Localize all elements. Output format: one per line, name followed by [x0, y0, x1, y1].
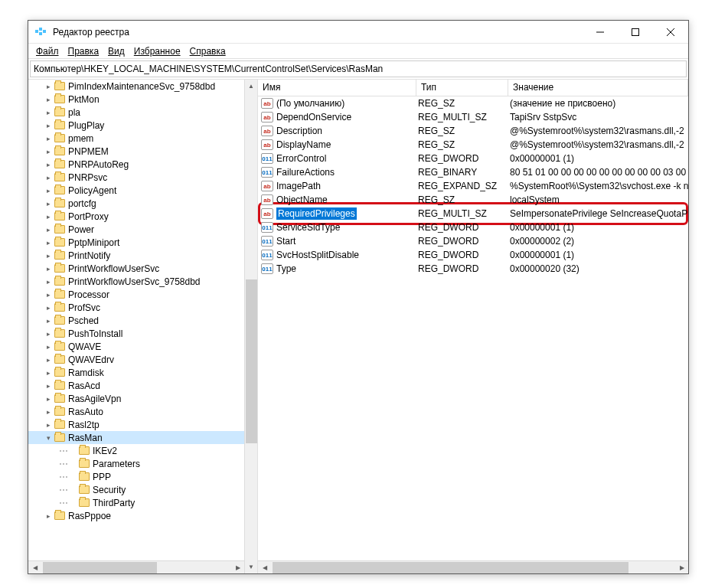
tree-item[interactable]: ▸PortProxy	[28, 210, 244, 223]
twisty-icon[interactable]: ▸	[44, 161, 53, 168]
value-row[interactable]: 011ServiceSidTypeREG_DWORD0x00000001 (1)	[258, 220, 688, 234]
twisty-icon[interactable]: ▸	[44, 369, 53, 377]
twisty-icon[interactable]: ▸	[44, 421, 53, 429]
twisty-icon[interactable]: ▸	[44, 265, 53, 273]
titlebar[interactable]: Редактор реестра	[28, 21, 688, 44]
tree-item[interactable]: ▸PrintNotify	[28, 249, 244, 262]
twisty-icon[interactable]: ▸	[44, 356, 53, 364]
twisty-icon[interactable]: ▸	[44, 278, 53, 286]
menu-edit[interactable]: Правка	[64, 44, 104, 58]
tree-item[interactable]: ▸portcfg	[28, 197, 244, 210]
twisty-icon[interactable]: ▸	[44, 304, 53, 312]
tree-item[interactable]: ▸PNRPsvc	[28, 171, 244, 184]
tree-item[interactable]: ⋯Parameters	[28, 457, 244, 470]
twisty-icon[interactable]: ▸	[44, 83, 53, 90]
twisty-icon[interactable]: ▸	[44, 213, 53, 220]
twisty-icon[interactable]: ▸	[44, 96, 53, 103]
tree-item[interactable]: ▸PrintWorkflowUserSvc_9758dbd	[28, 275, 244, 288]
twisty-icon[interactable]: ▸	[44, 330, 53, 338]
scroll-thumb[interactable]	[273, 562, 628, 573]
twisty-icon[interactable]: ▸	[44, 382, 53, 390]
col-value[interactable]: Значение	[508, 80, 688, 96]
tree-item[interactable]: ▸Processor	[28, 288, 244, 301]
tree-item[interactable]: ⋯Security	[28, 483, 244, 496]
tree-item[interactable]: ▾RasMan	[28, 431, 244, 444]
value-row[interactable]: abDependOnServiceREG_MULTI_SZTapiSrv Sst…	[258, 110, 688, 124]
scroll-up-icon[interactable]: ▲	[245, 80, 257, 93]
twisty-icon[interactable]: ▸	[44, 200, 53, 207]
twisty-icon[interactable]: ▸	[44, 317, 53, 325]
tree-item[interactable]: ▸PNRPAutoReg	[28, 158, 244, 171]
maximize-button[interactable]	[618, 21, 653, 44]
tree-item[interactable]: ⋯IKEv2	[28, 444, 244, 457]
twisty-icon[interactable]: ▸	[44, 512, 53, 520]
values-body[interactable]: ab(По умолчанию)REG_SZ(значение не присв…	[258, 96, 688, 560]
tree-item[interactable]: ▸PrintWorkflowUserSvc	[28, 262, 244, 275]
tree-vscrollbar[interactable]: ▲ ▼	[244, 80, 257, 573]
tree-item[interactable]: ▸PlugPlay	[28, 119, 244, 132]
value-row[interactable]: 011StartREG_DWORD0x00000002 (2)	[258, 234, 688, 248]
value-row[interactable]: abDescriptionREG_SZ@%Systemroot%\system3…	[258, 124, 688, 138]
value-row[interactable]: 011ErrorControlREG_DWORD0x00000001 (1)	[258, 152, 688, 165]
minimize-button[interactable]	[583, 21, 618, 44]
twisty-icon[interactable]: ▸	[44, 135, 53, 142]
twisty-icon[interactable]: ▸	[44, 239, 53, 247]
col-type[interactable]: Тип	[416, 80, 508, 96]
menu-file[interactable]: Файл	[31, 44, 64, 58]
tree-item[interactable]: ▸PNPMEM	[28, 145, 244, 158]
tree-item[interactable]: ▸Ramdisk	[28, 366, 244, 379]
value-row[interactable]: abRequiredPrivilegesREG_MULTI_SZSeImpers…	[258, 207, 688, 220]
address-bar[interactable]: Компьютер\HKEY_LOCAL_MACHINE\SYSTEM\Curr…	[30, 60, 687, 77]
tree-item[interactable]: ▸PptpMiniport	[28, 236, 244, 249]
value-row[interactable]: abImagePathREG_EXPAND_SZ%SystemRoot%\Sys…	[258, 179, 688, 193]
scroll-left-icon[interactable]: ◀	[258, 561, 271, 574]
twisty-icon[interactable]: ▸	[44, 109, 53, 116]
scroll-thumb[interactable]	[246, 279, 257, 443]
tree-item[interactable]: ▸ProfSvc	[28, 301, 244, 314]
scroll-left-icon[interactable]: ◀	[28, 561, 41, 574]
tree-item[interactable]: ▸Rasl2tp	[28, 418, 244, 431]
twisty-icon[interactable]: ▾	[44, 434, 53, 442]
scroll-right-icon[interactable]: ▶	[231, 561, 244, 574]
tree-item[interactable]: ▸PolicyAgent	[28, 184, 244, 197]
scroll-down-icon[interactable]: ▼	[245, 560, 257, 573]
twisty-icon[interactable]: ▸	[44, 174, 53, 181]
twisty-icon[interactable]: ▸	[44, 291, 53, 299]
scroll-right-icon[interactable]: ▶	[675, 561, 688, 574]
scroll-thumb[interactable]	[43, 562, 157, 573]
tree-item[interactable]: ▸Psched	[28, 314, 244, 327]
twisty-icon[interactable]: ▸	[44, 408, 53, 416]
menu-favorites[interactable]: Избранное	[129, 44, 185, 58]
value-row[interactable]: abObjectNameREG_SZlocalSystem	[258, 193, 688, 207]
tree-body[interactable]: ▸PimIndexMaintenanceSvc_9758dbd▸PktMon▸p…	[28, 80, 244, 560]
tree-item[interactable]: ▸PushToInstall	[28, 327, 244, 340]
tree-item[interactable]: ⋯ThirdParty	[28, 496, 244, 509]
close-button[interactable]	[653, 21, 688, 44]
twisty-icon[interactable]: ▸	[44, 252, 53, 260]
tree-hscrollbar[interactable]: ◀ ▶	[28, 560, 244, 573]
twisty-icon[interactable]: ▸	[44, 122, 53, 129]
tree-item[interactable]: ▸Power	[28, 223, 244, 236]
twisty-icon[interactable]: ▸	[44, 148, 53, 155]
tree-item[interactable]: ▸RasAcd	[28, 379, 244, 392]
tree-item[interactable]: ▸RasAuto	[28, 405, 244, 418]
twisty-icon[interactable]: ▸	[44, 226, 53, 234]
tree-item[interactable]: ▸RasPppoe	[28, 509, 244, 522]
twisty-icon[interactable]: ▸	[44, 187, 53, 194]
menu-view[interactable]: Вид	[103, 44, 129, 58]
twisty-icon[interactable]: ▸	[44, 395, 53, 403]
col-name[interactable]: Имя	[258, 80, 416, 96]
value-row[interactable]: 011FailureActionsREG_BINARY80 51 01 00 0…	[258, 165, 688, 179]
values-hscrollbar[interactable]: ◀ ▶	[258, 560, 688, 573]
tree-item[interactable]: ▸PktMon	[28, 93, 244, 106]
menu-help[interactable]: Справка	[185, 44, 230, 58]
value-row[interactable]: ab(По умолчанию)REG_SZ(значение не присв…	[258, 96, 688, 110]
tree-item[interactable]: ▸QWAVE	[28, 340, 244, 353]
twisty-icon[interactable]: ▸	[44, 343, 53, 351]
tree-item[interactable]: ▸RasAgileVpn	[28, 392, 244, 405]
tree-item[interactable]: ▸PimIndexMaintenanceSvc_9758dbd	[28, 80, 244, 93]
tree-item[interactable]: ▸pla	[28, 106, 244, 119]
value-row[interactable]: 011SvcHostSplitDisableREG_DWORD0x0000000…	[258, 248, 688, 262]
tree-item[interactable]: ▸QWAVEdrv	[28, 353, 244, 366]
value-row[interactable]: abDisplayNameREG_SZ@%Systemroot%\system3…	[258, 138, 688, 152]
